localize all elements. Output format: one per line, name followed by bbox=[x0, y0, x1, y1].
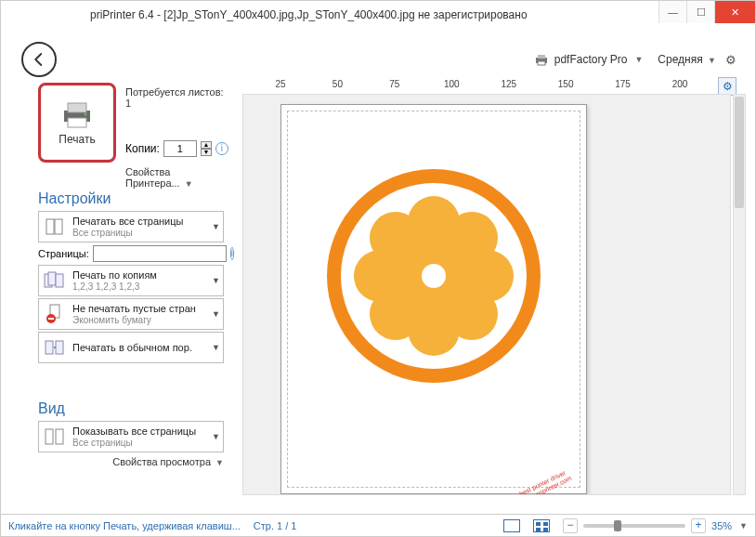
settings-header: Настройки bbox=[38, 190, 224, 207]
svg-rect-7 bbox=[46, 219, 54, 234]
print-button[interactable]: Печать bbox=[38, 83, 116, 163]
orange-image bbox=[327, 169, 541, 383]
watermark: priPrinter - best printer driver please … bbox=[487, 467, 573, 495]
vertical-scrollbar[interactable] bbox=[733, 94, 746, 495]
window-title: priPrinter 6.4 - [2]Jp_STonY_400x400.jpg… bbox=[90, 8, 528, 21]
svg-rect-17 bbox=[46, 429, 53, 444]
copies-input[interactable] bbox=[163, 140, 197, 157]
page-indicator: Стр. 1 / 1 bbox=[254, 520, 297, 531]
option-skip-empty[interactable]: Не печатать пустые странЭкономить бумагу… bbox=[38, 298, 224, 330]
minimize-button[interactable]: — bbox=[658, 1, 686, 23]
zoom-slider[interactable] bbox=[583, 524, 685, 528]
settings-toggle[interactable]: ⚙ bbox=[718, 77, 736, 96]
info-icon[interactable]: i bbox=[230, 247, 234, 260]
quality-selector[interactable]: Средняя ▼ bbox=[654, 51, 720, 68]
info-icon[interactable]: i bbox=[215, 142, 228, 155]
chevron-down-icon: ▼ bbox=[739, 521, 748, 530]
quality-label: Средняя bbox=[658, 53, 702, 66]
preview-area[interactable]: priPrinter - best printer driver please … bbox=[242, 94, 731, 495]
pages-label: Страницы: bbox=[38, 248, 89, 259]
gear-icon[interactable]: ⚙ bbox=[725, 53, 736, 67]
svg-point-6 bbox=[85, 113, 87, 116]
svg-rect-11 bbox=[56, 274, 63, 287]
svg-rect-4 bbox=[68, 103, 86, 112]
print-label: Печать bbox=[59, 133, 95, 146]
option-collate[interactable]: Печать по копиям1,2,3 1,2,3 1,2,3 ▼ bbox=[38, 265, 224, 296]
chevron-down-icon: ▼ bbox=[212, 276, 220, 285]
sheets-required: Потребуется листов: 1 bbox=[125, 86, 224, 109]
option-show-all-pages[interactable]: Показывать все страницыВсе страницы ▼ bbox=[38, 421, 224, 452]
title-bar: priPrinter 6.4 - [2]Jp_STonY_400x400.jpg… bbox=[1, 1, 755, 29]
option-normal-order[interactable]: Печатать в обычном пор. ▼ bbox=[38, 332, 224, 363]
zoom-value: 35% bbox=[711, 520, 732, 531]
svg-rect-14 bbox=[48, 318, 54, 320]
status-message: Кликайте на кнопку Печать, удерживая кла… bbox=[8, 520, 241, 531]
chevron-down-icon: ▼ bbox=[212, 432, 220, 441]
gear-icon: ⚙ bbox=[723, 80, 733, 93]
printer-icon bbox=[59, 99, 96, 129]
zoom-in-button[interactable]: + bbox=[691, 518, 706, 533]
order-icon bbox=[43, 336, 67, 359]
pages-icon bbox=[43, 216, 67, 238]
printer-selector[interactable]: pdfFactory Pro ▼ bbox=[528, 51, 649, 68]
view-properties-link[interactable]: Свойства просмотра ▼ bbox=[38, 456, 224, 467]
svg-rect-2 bbox=[538, 61, 545, 65]
printer-name: pdfFactory Pro bbox=[554, 53, 628, 66]
svg-rect-15 bbox=[46, 341, 53, 354]
page-preview: priPrinter - best printer driver please … bbox=[280, 104, 587, 494]
back-button[interactable] bbox=[21, 42, 57, 77]
chevron-down-icon: ▼ bbox=[708, 56, 716, 65]
status-bar: Кликайте на кнопку Печать, удерживая кла… bbox=[1, 514, 755, 536]
collate-icon bbox=[43, 269, 67, 292]
svg-rect-8 bbox=[55, 219, 62, 234]
svg-rect-1 bbox=[538, 55, 545, 59]
svg-rect-10 bbox=[48, 272, 56, 285]
zoom-out-button[interactable]: − bbox=[563, 518, 578, 533]
maximize-button[interactable]: ☐ bbox=[686, 1, 714, 23]
chevron-down-icon: ▼ bbox=[634, 55, 643, 64]
pages-icon bbox=[43, 426, 67, 448]
svg-rect-16 bbox=[56, 341, 63, 354]
arrow-left-icon bbox=[31, 51, 47, 68]
chevron-down-icon: ▼ bbox=[212, 309, 220, 319]
copies-label: Копии: bbox=[125, 142, 160, 155]
close-button[interactable]: ✕ bbox=[714, 1, 755, 23]
svg-rect-18 bbox=[56, 429, 63, 444]
copies-row: Копии: ▲▼ i bbox=[125, 140, 228, 157]
view-header: Вид bbox=[38, 400, 224, 417]
copies-spinner[interactable]: ▲▼ bbox=[201, 141, 212, 156]
no-empty-icon bbox=[43, 303, 67, 325]
chevron-down-icon: ▼ bbox=[212, 343, 220, 352]
option-print-all-pages[interactable]: Печатать все страницыВсе страницы ▼ bbox=[38, 211, 224, 242]
svg-rect-5 bbox=[68, 118, 86, 127]
view-single-button[interactable] bbox=[503, 519, 520, 532]
pages-input[interactable] bbox=[93, 245, 227, 262]
printer-icon bbox=[534, 53, 549, 66]
chevron-down-icon: ▼ bbox=[212, 222, 220, 231]
view-grid-button[interactable] bbox=[533, 519, 550, 532]
horizontal-ruler: 25 50 75 100 125 150 175 200 bbox=[242, 79, 718, 94]
